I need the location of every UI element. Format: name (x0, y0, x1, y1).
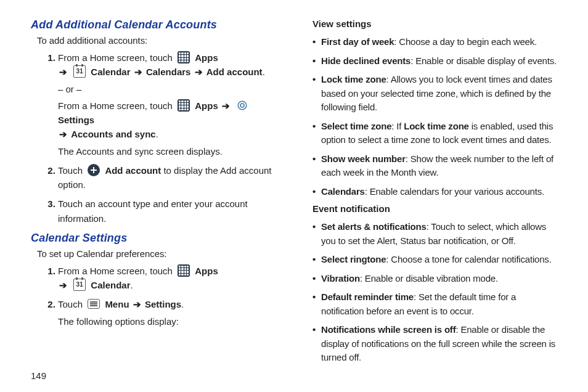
list-item: Select ringtone: Choose a tone for calen… (312, 253, 557, 267)
event-notification-heading: Event notification (312, 203, 557, 214)
step-text: From a Home screen, touch (58, 52, 173, 63)
apps-icon (178, 51, 190, 63)
result-text: The following options display: (58, 314, 276, 329)
arrow-icon: ➔ (221, 100, 231, 111)
list-item: Lock time zone: Allows you to lock event… (312, 73, 557, 115)
intro-text: To set up Calendar preferences: (37, 248, 276, 259)
list-item: Vibration: Enable or disable vibration m… (312, 272, 557, 286)
step-item: Touch an account type and enter your acc… (58, 197, 276, 226)
desc: : Choose a tone for calendar notificatio… (386, 254, 551, 264)
term: Default reminder time (321, 292, 414, 302)
calendar-icon: 31 (73, 279, 86, 291)
term: Show week number (321, 153, 406, 164)
list-item: Calendars: Enable calendars for your var… (312, 185, 557, 199)
svg-point-0 (238, 101, 247, 110)
desc: : Enable or disable display of events. (410, 55, 557, 66)
result-text: The Accounts and sync screen displays. (58, 144, 276, 158)
intro-text: To add additional accounts: (37, 35, 276, 46)
arrow-icon: ➔ (132, 299, 142, 309)
desc: : Choose a day to begin each week. (394, 36, 537, 47)
right-column: View settings First day of week: Choose … (312, 18, 557, 370)
plus-icon (88, 164, 100, 176)
settings-label: Settings (145, 299, 181, 309)
settings-label: Settings (58, 115, 94, 125)
page-number: 149 (31, 370, 46, 381)
step-text: Touch (58, 299, 83, 309)
term: Lock time zone (404, 121, 469, 131)
arrow-icon: ➔ (58, 129, 68, 139)
arrow-icon: ➔ (194, 67, 204, 77)
steps-list-add-accounts: From a Home screen, touch Apps ➔ 31 Cale… (31, 51, 276, 226)
term: Hide declined events (321, 55, 410, 66)
step-text: Touch (58, 165, 83, 176)
term: Vibration (321, 273, 360, 284)
section-heading-add-accounts: Add Additional Calendar Accounts (31, 18, 276, 31)
list-item: First day of week: Choose a day to begin… (312, 35, 557, 49)
apps-label: Apps (195, 100, 218, 111)
menu-icon (88, 299, 100, 309)
apps-label: Apps (195, 52, 218, 63)
list-item: Hide declined events: Enable or disable … (312, 54, 557, 68)
section-heading-calendar-settings: Calendar Settings (31, 232, 276, 245)
term: Set alerts & notifications (321, 221, 427, 232)
settings-icon (236, 99, 248, 112)
list-item: Notifications while screen is off: Enabl… (312, 323, 557, 365)
add-account-label: Add account (105, 165, 161, 176)
arrow-icon: ➔ (58, 280, 68, 290)
arrow-icon: ➔ (58, 67, 68, 77)
calendar-label: Calendar (91, 67, 130, 77)
svg-point-1 (240, 104, 244, 107)
menu-label: Menu (105, 299, 129, 309)
step-text: From a Home screen, touch (58, 100, 173, 111)
desc: : Enable or disable vibration mode. (360, 273, 498, 284)
list-item: Show week number: Show the week number t… (312, 152, 557, 180)
list-item: Select time zone: If Lock time zone is e… (312, 120, 557, 147)
calendar-label: Calendar (91, 280, 130, 290)
apps-icon (178, 99, 190, 112)
left-column: Add Additional Calendar Accounts To add … (31, 18, 276, 370)
step-text: Touch an account type and enter your acc… (58, 198, 248, 223)
two-column-layout: Add Additional Calendar Accounts To add … (31, 18, 557, 370)
term: Notifications while screen is off (321, 324, 455, 335)
term: First day of week (321, 36, 394, 47)
term: Lock time zone (321, 74, 386, 84)
arrow-icon: ➔ (133, 67, 144, 77)
list-item: Default reminder time: Set the default t… (312, 290, 557, 318)
apps-icon (178, 264, 190, 277)
steps-list-calendar-settings: From a Home screen, touch Apps ➔ 31 Cale… (31, 264, 276, 329)
view-settings-heading: View settings (312, 18, 557, 29)
term: Select time zone (321, 121, 391, 131)
view-settings-list: First day of week: Choose a day to begin… (312, 35, 557, 198)
step-text: From a Home screen, touch (58, 266, 173, 276)
term: Select ringtone (321, 254, 386, 264)
step-item: From a Home screen, touch Apps ➔ 31 Cale… (58, 51, 276, 158)
or-text: – or – (58, 82, 276, 96)
step-alt: From a Home screen, touch Apps ➔ Setting… (58, 99, 276, 142)
calendars-label: Calendars (146, 67, 191, 77)
manual-page: Add Additional Calendar Accounts To add … (0, 0, 588, 392)
step-item: Touch Menu ➔ Settings. The following opt… (58, 297, 276, 329)
desc: : If (391, 121, 404, 131)
calendar-icon: 31 (73, 65, 86, 78)
add-account-label: Add account (206, 67, 263, 77)
desc: : Enable calendars for your various acco… (365, 186, 544, 197)
term: Calendars (321, 186, 365, 197)
step-item: From a Home screen, touch Apps ➔ 31 Cale… (58, 264, 276, 293)
apps-label: Apps (195, 266, 218, 276)
list-item: Set alerts & notifications: Touch to sel… (312, 220, 557, 248)
accounts-sync-label: Accounts and sync (71, 129, 156, 139)
step-item: Touch Add account to display the Add acc… (58, 163, 276, 192)
event-notification-list: Set alerts & notifications: Touch to sel… (312, 220, 557, 365)
